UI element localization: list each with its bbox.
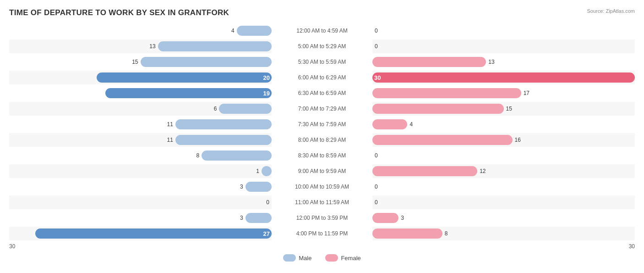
right-section: 16 — [372, 133, 635, 147]
male-bar: 19 — [105, 88, 272, 98]
time-label: 8:00 AM to 8:29 AM — [272, 133, 372, 147]
male-value: 8 — [191, 152, 199, 159]
time-label: 9:00 AM to 9:59 AM — [272, 164, 372, 178]
left-section: 15 — [9, 55, 272, 69]
right-section: 0 — [372, 39, 635, 53]
legend: Male Female — [9, 254, 635, 262]
time-label: 10:00 AM to 10:59 AM — [272, 180, 372, 194]
male-bar — [175, 119, 272, 129]
left-section: 3 — [9, 180, 272, 194]
time-label: 6:30 AM to 6:59 AM — [272, 86, 372, 100]
male-value: 0 — [261, 199, 269, 206]
male-value-inside: 19 — [263, 90, 270, 97]
female-bar — [372, 104, 504, 114]
female-label: Female — [341, 255, 360, 262]
axis-left: 30 — [9, 243, 15, 250]
bar-row: 118:00 AM to 8:29 AM16 — [9, 133, 635, 147]
female-value: 0 — [375, 184, 383, 190]
right-section: 15 — [372, 102, 635, 116]
source-label: Source: ZipAtlas.com — [587, 8, 635, 14]
time-label: 12:00 PM to 3:59 PM — [272, 211, 372, 225]
left-section: 19 — [9, 86, 272, 100]
male-value: 4 — [226, 28, 235, 34]
right-section: 0 — [372, 149, 635, 162]
time-label: 6:00 AM to 6:29 AM — [272, 71, 372, 84]
right-section: 13 — [372, 55, 635, 69]
bar-row: 19:00 AM to 9:59 AM12 — [9, 164, 635, 178]
male-bar — [246, 213, 272, 223]
male-bar — [246, 182, 272, 192]
female-value: 8 — [445, 230, 453, 237]
female-swatch — [325, 254, 338, 262]
bar-row: 196:30 AM to 6:59 AM17 — [9, 86, 635, 100]
time-label: 8:30 AM to 8:59 AM — [272, 149, 372, 162]
time-label: 5:00 AM to 5:29 AM — [272, 39, 372, 53]
bar-row: 155:30 AM to 5:59 AM13 — [9, 55, 635, 69]
right-section: 0 — [372, 24, 635, 38]
right-section: 30 — [372, 71, 635, 84]
female-bar — [372, 88, 521, 98]
bar-row: 88:30 AM to 8:59 AM0 — [9, 149, 635, 162]
male-bar — [202, 150, 272, 161]
left-section: 6 — [9, 102, 272, 116]
time-label: 7:00 AM to 7:29 AM — [272, 102, 372, 116]
male-value: 6 — [208, 106, 217, 112]
left-section: 1 — [9, 164, 272, 178]
male-value-inside: 20 — [263, 74, 270, 81]
bar-row: 310:00 AM to 10:59 AM0 — [9, 180, 635, 194]
male-value: 3 — [235, 215, 243, 221]
bar-row: 67:00 AM to 7:29 AM15 — [9, 102, 635, 116]
male-bar — [262, 166, 272, 176]
female-value: 15 — [506, 106, 514, 112]
female-bar — [372, 213, 398, 223]
time-label: 12:00 AM to 4:59 AM — [272, 24, 372, 38]
time-label: 5:30 AM to 5:59 AM — [272, 55, 372, 69]
left-section: 13 — [9, 39, 272, 53]
bar-row: 312:00 PM to 3:59 PM3 — [9, 211, 635, 225]
female-value: 3 — [401, 215, 409, 221]
male-bar: 27 — [35, 228, 272, 239]
male-value: 11 — [165, 121, 173, 128]
male-bar — [237, 26, 272, 36]
left-section: 20 — [9, 71, 272, 84]
legend-female: Female — [325, 254, 360, 262]
left-section: 27 — [9, 227, 272, 240]
male-swatch — [283, 254, 296, 262]
left-section: 11 — [9, 117, 272, 131]
female-bar — [372, 57, 486, 67]
female-value: 17 — [524, 90, 532, 96]
left-section: 4 — [9, 24, 272, 38]
female-value: 0 — [375, 43, 383, 50]
male-value: 13 — [147, 43, 156, 50]
male-value: 1 — [251, 168, 259, 174]
female-value: 4 — [409, 121, 418, 128]
axis-row: 30 30 — [9, 243, 635, 250]
female-bar: 30 — [372, 72, 635, 83]
bar-row: 412:00 AM to 4:59 AM0 — [9, 24, 635, 38]
left-section: 3 — [9, 211, 272, 225]
right-section: 0 — [372, 195, 635, 209]
male-label: Male — [299, 255, 311, 262]
male-bar — [175, 135, 272, 145]
female-value-inside: 30 — [374, 74, 381, 81]
left-section: 8 — [9, 149, 272, 162]
chart-title: TIME OF DEPARTURE TO WORK BY SEX IN GRAN… — [9, 8, 635, 17]
right-section: 17 — [372, 86, 635, 100]
left-section: 11 — [9, 133, 272, 147]
female-value: 0 — [375, 199, 383, 206]
bar-row: 135:00 AM to 5:29 AM0 — [9, 39, 635, 53]
male-value: 3 — [235, 184, 243, 190]
bar-row: 206:00 AM to 6:29 AM30 — [9, 71, 635, 84]
left-section: 0 — [9, 195, 272, 209]
female-bar — [372, 135, 513, 145]
bar-row: 011:00 AM to 11:59 AM0 — [9, 195, 635, 209]
right-section: 8 — [372, 227, 635, 240]
female-value: 16 — [515, 137, 523, 143]
axis-right: 30 — [629, 243, 635, 250]
female-bar — [372, 228, 442, 239]
female-value: 12 — [480, 168, 488, 174]
right-section: 4 — [372, 117, 635, 131]
male-bar — [219, 104, 272, 114]
bars-area: 412:00 AM to 4:59 AM0135:00 AM to 5:29 A… — [9, 24, 635, 240]
female-bar — [372, 166, 477, 176]
